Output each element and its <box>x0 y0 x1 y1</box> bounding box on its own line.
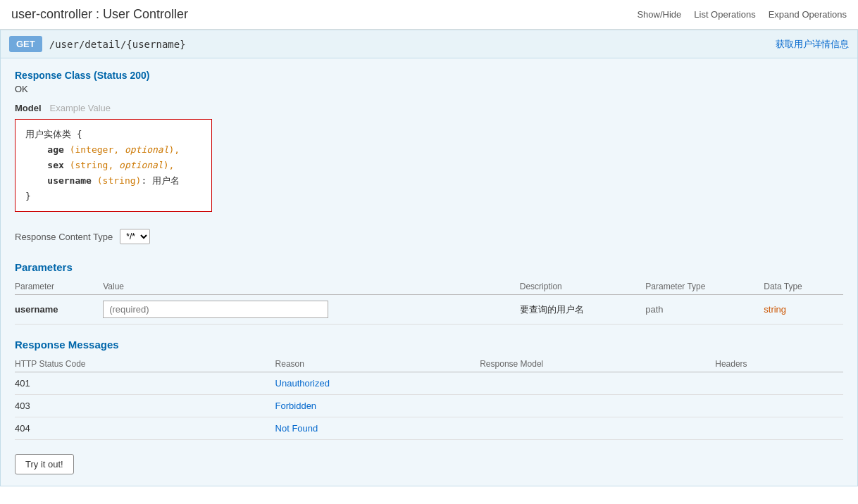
response-row-401: 401 Unauthorized <box>15 372 843 395</box>
model-field-username: username (string): 用户名 <box>25 173 201 189</box>
model-404 <box>480 417 715 440</box>
controller-title: user-controller : User Controller <box>11 7 188 22</box>
show-hide-link[interactable]: Show/Hide <box>637 9 681 20</box>
col-data-type: Data Type <box>764 279 843 295</box>
list-operations-link[interactable]: List Operations <box>694 9 755 20</box>
response-messages-table: HTTP Status Code Reason Response Model H… <box>15 356 843 440</box>
content-type-label: Response Content Type <box>15 232 113 242</box>
method-badge[interactable]: GET <box>9 36 42 52</box>
model-field-age: age (integer, optional), <box>25 142 201 158</box>
model-class-open: 用户实体类 { <box>25 127 201 142</box>
reason-403: Forbidden <box>275 401 317 411</box>
parameters-title: Parameters <box>15 261 843 273</box>
status-code-403: 403 <box>15 401 30 411</box>
col-description: Description <box>520 279 646 295</box>
headers-401 <box>715 372 843 395</box>
title-separator: : <box>92 7 103 21</box>
endpoint-description[interactable]: 获取用户详情信息 <box>776 38 849 51</box>
controller-name-normal: User Controller <box>103 7 188 21</box>
param-value-username[interactable] <box>103 301 328 318</box>
col-parameter: Parameter <box>15 279 103 295</box>
response-row-403: 403 Forbidden <box>15 395 843 417</box>
reason-404: Not Found <box>275 423 318 434</box>
try-it-out-button[interactable]: Try it out! <box>15 454 74 474</box>
parameters-table: Parameter Value Description Parameter Ty… <box>15 279 843 325</box>
model-field-sex: sex (string, optional), <box>25 158 201 173</box>
main-content: Response Class (Status 200) OK Model Exa… <box>0 58 858 486</box>
controller-name-bold: user-controller <box>11 7 92 21</box>
reason-401: Unauthorized <box>275 378 330 389</box>
content-type-row: Response Content Type */* <box>15 223 843 250</box>
page-wrapper: user-controller : User Controller Show/H… <box>0 0 858 486</box>
headers-403 <box>715 395 843 417</box>
controller-header: user-controller : User Controller Show/H… <box>0 0 858 30</box>
model-401 <box>480 372 715 395</box>
status-code-401: 401 <box>15 378 30 389</box>
param-type-username: path <box>645 304 663 315</box>
response-class-title: Response Class (Status 200) <box>15 70 843 81</box>
col-value: Value <box>103 279 520 295</box>
expand-operations-link[interactable]: Expand Operations <box>769 9 847 20</box>
headers-404 <box>715 417 843 440</box>
content-type-select[interactable]: */* <box>120 229 150 244</box>
col-reason: Reason <box>275 356 480 372</box>
model-tabs: Model Example Value <box>15 103 843 113</box>
col-response-model: Response Model <box>480 356 715 372</box>
col-http-status: HTTP Status Code <box>15 356 275 372</box>
endpoint-bar: GET /user/detail/{username} 获取用户详情信息 <box>0 30 858 58</box>
response-messages-title: Response Messages <box>15 339 843 351</box>
param-row-username: username 要查询的用户名 path string <box>15 295 843 325</box>
param-name-username: username <box>15 304 58 315</box>
param-desc-username: 要查询的用户名 <box>520 304 584 315</box>
tab-model[interactable]: Model <box>15 103 42 113</box>
status-code-404: 404 <box>15 423 30 434</box>
model-403 <box>480 395 715 417</box>
param-datatype-username: string <box>764 304 786 315</box>
response-row-404: 404 Not Found <box>15 417 843 440</box>
col-parameter-type: Parameter Type <box>645 279 764 295</box>
model-box: 用户实体类 { age (integer, optional), sex (st… <box>15 119 212 212</box>
model-class-close: } <box>25 189 201 204</box>
col-headers: Headers <box>715 356 843 372</box>
endpoint-left: GET /user/detail/{username} <box>9 36 186 52</box>
header-actions: Show/Hide List Operations Expand Operati… <box>637 9 847 20</box>
endpoint-path: /user/detail/{username} <box>49 39 186 50</box>
tab-example-value[interactable]: Example Value <box>50 103 111 113</box>
response-class-status: OK <box>15 84 843 94</box>
